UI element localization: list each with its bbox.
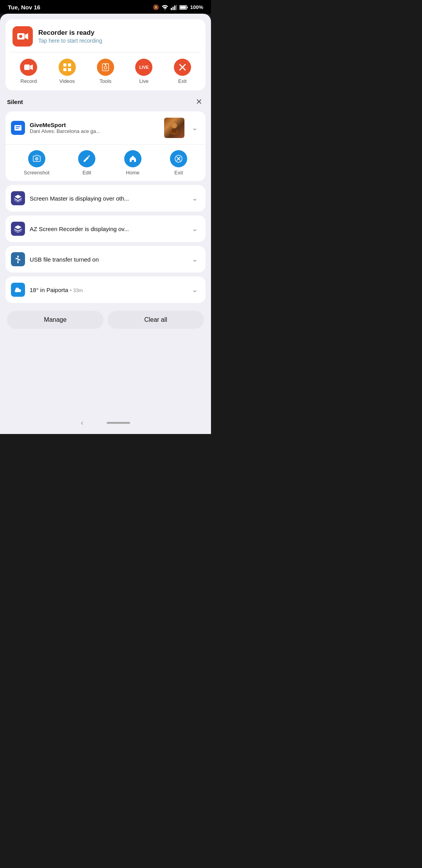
recorder-action-videos[interactable]: Videos <box>59 59 76 84</box>
usb-notif[interactable]: USB file transfer turned on ⌄ <box>5 246 206 273</box>
svg-rect-1 <box>172 7 173 10</box>
edit-label: Edit <box>82 170 91 176</box>
recorder-actions: Record Videos <box>5 52 206 90</box>
svg-rect-36 <box>16 258 17 259</box>
recorder-action-exit[interactable]: Exit <box>174 59 191 84</box>
svg-rect-18 <box>105 64 106 65</box>
recorder-action-tools[interactable]: Tools <box>97 59 114 84</box>
svg-point-24 <box>172 123 177 128</box>
status-icons: 🔕 100% <box>153 4 203 10</box>
svg-rect-0 <box>171 8 172 10</box>
weather-notif-icon <box>11 283 25 297</box>
usb-icon <box>14 255 22 264</box>
home-pill[interactable] <box>107 422 130 424</box>
svg-rect-10 <box>24 65 30 70</box>
screen-master-icon <box>11 191 25 205</box>
wifi-icon <box>161 5 168 10</box>
back-button[interactable]: ‹ <box>81 419 83 427</box>
recorder-action-record[interactable]: Record <box>20 59 37 84</box>
tools-label: Tools <box>100 78 111 84</box>
clear-all-button[interactable]: Clear all <box>107 311 204 329</box>
silent-close-button[interactable]: ✕ <box>194 97 204 107</box>
bottom-buttons: Manage Clear all <box>5 307 206 334</box>
tools-icon <box>101 63 110 72</box>
usb-text: USB file transfer turned on <box>30 256 184 263</box>
status-bar: Tue, Nov 16 🔕 100% <box>0 0 211 14</box>
svg-rect-6 <box>180 6 186 9</box>
givemesport-notif-content: GiveMeSport Dani Alves: Barcelona ace ga… <box>30 122 159 134</box>
nav-bar: ‹ <box>0 415 211 434</box>
svg-point-38 <box>17 262 19 263</box>
givemesport-thumbnail <box>164 118 184 138</box>
screenshot-camera-icon <box>32 154 41 163</box>
videos-icon-wrap <box>59 59 76 76</box>
home-action[interactable]: Home <box>124 150 141 176</box>
svg-marker-11 <box>30 65 33 70</box>
live-badge: LIVE <box>135 59 152 76</box>
usb-expand-button[interactable]: ⌄ <box>189 254 200 265</box>
record-icon-wrap <box>20 59 37 76</box>
recorder-title: Recorder is ready <box>38 29 102 37</box>
svg-rect-22 <box>16 126 20 127</box>
recorder-header[interactable]: Recorder is ready Tap here to start reco… <box>5 19 206 52</box>
manage-button[interactable]: Manage <box>7 311 104 329</box>
givemesport-notif-main[interactable]: GiveMeSport Dani Alves: Barcelona ace ga… <box>5 111 206 145</box>
svg-rect-13 <box>68 63 71 66</box>
weather-text: 18° in Paiporta • 33m <box>30 287 184 293</box>
battery-pct: 100% <box>190 4 203 10</box>
screen-master-expand-button[interactable]: ⌄ <box>189 193 200 204</box>
svg-rect-32 <box>17 256 19 257</box>
screenshot-action[interactable]: Screenshot <box>24 150 50 176</box>
svg-rect-14 <box>63 68 66 71</box>
weather-notif[interactable]: 18° in Paiporta • 33m ⌄ <box>5 276 206 303</box>
notification-panel: Recorder is ready Tap here to start reco… <box>0 14 211 415</box>
svg-rect-42 <box>15 291 21 292</box>
record-label: Record <box>20 78 37 84</box>
givemesport-thumb-image <box>164 118 184 138</box>
silent-label: Silent <box>7 99 23 105</box>
exit-icon-wrap <box>174 59 191 76</box>
weather-expand-button[interactable]: ⌄ <box>189 284 200 295</box>
az-recorder-notif[interactable]: AZ Screen Recorder is displaying ov... ⌄ <box>5 215 206 242</box>
mute-icon: 🔕 <box>153 4 159 10</box>
usb-notif-icon <box>11 252 25 266</box>
silent-section-header: Silent ✕ <box>5 94 206 108</box>
givemesport-expand-button[interactable]: ⌄ <box>189 122 200 133</box>
svg-rect-26 <box>172 129 177 133</box>
notif-exit-action[interactable]: Exit <box>170 150 187 176</box>
svg-rect-3 <box>176 5 177 10</box>
givemesport-notif-card: GiveMeSport Dani Alves: Barcelona ace ga… <box>5 111 206 181</box>
svg-rect-5 <box>187 7 188 8</box>
givemesport-body: Dani Alves: Barcelona ace ga... <box>30 128 159 134</box>
notif-exit-icon-wrap <box>170 150 187 167</box>
svg-point-9 <box>19 35 22 38</box>
recorder-action-live[interactable]: LIVE Live <box>135 59 152 84</box>
weather-dot: • <box>70 287 73 293</box>
svg-rect-23 <box>16 128 19 129</box>
svg-marker-8 <box>25 33 28 39</box>
signal-icon <box>171 5 177 10</box>
home-label: Home <box>126 170 139 176</box>
az-recorder-expand-button[interactable]: ⌄ <box>189 223 200 234</box>
screenshot-icon-wrap <box>28 150 45 167</box>
screen-master-notif[interactable]: Screen Master is displaying over oth... … <box>5 185 206 212</box>
exit-label: Exit <box>178 78 187 84</box>
givemesport-icon <box>14 124 22 132</box>
recorder-text-block: Recorder is ready Tap here to start reco… <box>38 29 102 44</box>
battery-icon <box>179 5 188 10</box>
svg-rect-12 <box>63 63 66 66</box>
weather-cloud-icon <box>14 285 22 294</box>
az-recorder-text: AZ Screen Recorder is displaying ov... <box>30 226 184 232</box>
edit-pencil-icon <box>82 154 91 163</box>
svg-rect-15 <box>68 68 71 71</box>
recorder-subtitle: Tap here to start recording <box>38 38 102 44</box>
svg-point-28 <box>36 158 37 160</box>
screen-master-text: Screen Master is displaying over oth... <box>30 195 184 202</box>
edit-action[interactable]: Edit <box>78 150 95 176</box>
givemesport-title: GiveMeSport <box>30 122 159 128</box>
record-cam-icon <box>17 30 29 42</box>
svg-rect-2 <box>174 5 175 10</box>
svg-rect-37 <box>19 259 20 260</box>
givemesport-actions: Screenshot Edit Home <box>5 145 206 181</box>
screenshot-label: Screenshot <box>24 170 50 176</box>
